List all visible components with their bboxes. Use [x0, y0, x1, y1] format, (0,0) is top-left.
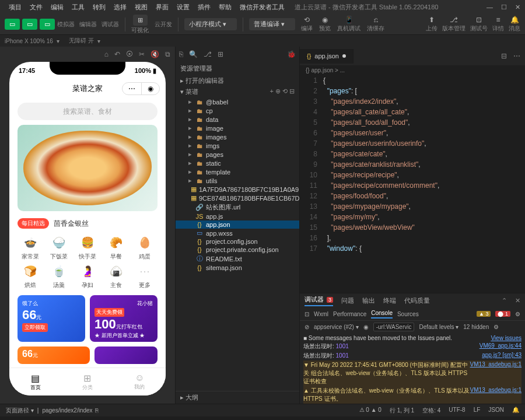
more-icon[interactable]: ⋯: [513, 52, 520, 60]
cut-icon[interactable]: ✂: [139, 50, 145, 58]
menu-项目[interactable]: 项目: [5, 3, 26, 12]
category-下饭菜[interactable]: 🍚下饭菜: [46, 235, 72, 261]
warnings-status[interactable]: ⚠ 0 ▲ 0: [359, 407, 382, 415]
folder-images[interactable]: ▸🖿images: [176, 132, 299, 141]
location-icon[interactable]: ⦿: [126, 50, 133, 58]
copy-icon[interactable]: ⎘: [95, 407, 99, 414]
float-icon[interactable]: ⧉: [165, 50, 170, 58]
bell-icon[interactable]: 🔔: [512, 407, 519, 415]
sub-tab-performance[interactable]: Performance: [333, 311, 366, 317]
menu-设置[interactable]: 设置: [173, 3, 194, 12]
remote-debug-button[interactable]: 📱: [345, 16, 354, 24]
capsule-button[interactable]: ⋯◉: [122, 82, 160, 95]
devtools-close-icon[interactable]: ✕: [515, 297, 520, 304]
menu-文件[interactable]: 文件: [26, 3, 47, 12]
filter-input[interactable]: -url:WAServic: [373, 323, 415, 331]
folder-cp[interactable]: ▸🖿cp: [176, 106, 299, 115]
devtools-tab-output[interactable]: 输出: [362, 296, 375, 305]
folder-@babel[interactable]: ▸🖿@babel: [176, 97, 299, 106]
editor-toggle[interactable]: ▭: [22, 19, 37, 30]
devtools-tab-terminal[interactable]: 终端: [383, 296, 396, 305]
devtools-expand-icon[interactable]: ⌃: [502, 297, 507, 304]
file-README.txt[interactable]: ⓘREADME.txt: [176, 254, 299, 264]
menu-工具[interactable]: 工具: [68, 3, 89, 12]
eye-icon[interactable]: ◉: [363, 324, 369, 330]
clear-console-icon[interactable]: ⊘: [304, 324, 309, 330]
search-icon[interactable]: 🔍: [189, 50, 198, 58]
hidden-count[interactable]: 12 hidden: [463, 324, 489, 330]
details-button[interactable]: ≡: [496, 16, 500, 24]
compile-select[interactable]: 普通编译 ▾: [249, 18, 295, 30]
minimize-icon[interactable]: —: [487, 4, 493, 11]
mute-icon[interactable]: 🔇: [150, 50, 159, 58]
category-家常菜[interactable]: 🍲家常菜: [18, 235, 44, 261]
ad-card-4[interactable]: [94, 346, 158, 364]
open-editors-section[interactable]: ▸ 打开的编辑器: [176, 75, 299, 86]
file-app.json[interactable]: {}app.json: [176, 220, 299, 229]
file-project.private.config.json[interactable]: {}project.private.config.json: [176, 246, 299, 254]
home-icon[interactable]: ⌂: [104, 50, 108, 58]
file-app.js[interactable]: JSapp.js: [176, 212, 299, 220]
category-主食[interactable]: 🍙主食: [103, 263, 129, 289]
editor-tab-appjson[interactable]: {}app.json: [300, 49, 354, 64]
compile-button[interactable]: ⟲: [304, 16, 310, 24]
tab-home[interactable]: ▤首页: [9, 368, 61, 396]
maximize-icon[interactable]: ☐: [501, 4, 507, 11]
mode-select[interactable]: 小程序模式 ▾: [184, 18, 237, 30]
menu-编辑[interactable]: 编辑: [47, 3, 68, 12]
current-path[interactable]: pages/index2/index: [42, 407, 92, 414]
error-count[interactable]: ⬤ 1: [495, 311, 510, 317]
version-button[interactable]: ⎇: [450, 16, 458, 24]
menu-选择[interactable]: 选择: [110, 3, 131, 12]
debugger-toggle[interactable]: ▭: [40, 19, 55, 30]
encoding-status[interactable]: UTF-8: [449, 407, 465, 415]
ad-card-huaxiaozhu[interactable]: 花小猪 天天免费领 100元打车红包 ★ 新用户首单立减 ★: [90, 295, 158, 342]
testid-button[interactable]: ⊡: [476, 16, 482, 24]
console-gear-icon[interactable]: ⚙: [494, 324, 499, 330]
inspect-icon[interactable]: ⊡: [304, 311, 309, 317]
category-汤羹[interactable]: 🍵汤羹: [46, 263, 72, 289]
warning-count[interactable]: ▲ 3: [477, 311, 491, 317]
menu-界面[interactable]: 界面: [152, 3, 173, 12]
folder-image[interactable]: ▸🖿image: [176, 124, 299, 132]
cursor-position[interactable]: 行 1, 列 1: [390, 407, 414, 415]
file-sitemap.json[interactable]: {}sitemap.json: [176, 264, 299, 272]
folder-static[interactable]: ▸🖿static: [176, 159, 299, 167]
breadcrumb[interactable]: {} app.json > ...: [300, 65, 525, 75]
file-9CE874B1867180BFFA8E1CB67DD...[interactable]: ▦9CE874B1867180BFFA8E1CB67DD...: [176, 194, 299, 202]
split-icon[interactable]: ⊟: [501, 52, 507, 60]
extensions-icon[interactable]: ⊞: [218, 50, 223, 58]
folder-utils[interactable]: ▸🖿utils: [176, 176, 299, 185]
folder-pages[interactable]: ▸🖿pages: [176, 150, 299, 159]
back-icon[interactable]: ↶: [114, 50, 120, 58]
simulator-toggle[interactable]: ▭: [5, 19, 20, 30]
banner-image[interactable]: [18, 125, 158, 211]
bug-icon[interactable]: 🐞: [287, 50, 296, 58]
folder-template[interactable]: ▸🖿template: [176, 167, 299, 176]
file-1A7FD9A7867180BF7C19B1A0A9E...[interactable]: ▦1A7FD9A7867180BF7C19B1A0A9E...: [176, 185, 299, 194]
category-孕妇[interactable]: 🤰孕妇: [75, 263, 101, 289]
search-input[interactable]: 搜索菜谱、食材: [18, 103, 158, 120]
sub-tab-console[interactable]: Console: [371, 310, 393, 318]
close-icon[interactable]: ✕: [515, 4, 520, 11]
notice-button[interactable]: 🔔: [510, 16, 519, 24]
branch-icon[interactable]: ⎇: [204, 50, 212, 58]
indent-status[interactable]: 空格: 4: [422, 407, 440, 415]
cloud-dev-button[interactable]: 云开发: [155, 20, 172, 29]
menu-微信开发者工具[interactable]: 微信开发者工具: [236, 3, 289, 12]
file-站长图库.url[interactable]: 🔗站长图库.url: [176, 202, 299, 212]
network-select[interactable]: 无障碍 开: [69, 37, 94, 45]
menu-视图[interactable]: 视图: [131, 3, 152, 12]
menu-插件[interactable]: 插件: [194, 3, 215, 12]
menu-转到[interactable]: 转到: [89, 3, 110, 12]
category-早餐[interactable]: 🥐早餐: [103, 235, 129, 261]
files-icon[interactable]: ⎘: [179, 50, 183, 58]
folder-imgs[interactable]: ▸🖿imgs: [176, 141, 299, 150]
category-更多[interactable]: ⋯更多: [131, 263, 158, 289]
outline-section[interactable]: ▸ 大纲: [176, 391, 299, 404]
ad-card-eleme[interactable]: 饿了么 66元 立即领取: [18, 295, 85, 342]
file-project.config.json[interactable]: {}project.config.json: [176, 237, 299, 246]
category-鸡蛋[interactable]: 🥚鸡蛋: [131, 235, 158, 261]
file-app.wxss[interactable]: ▭app.wxss: [176, 229, 299, 237]
levels-select[interactable]: Default levels ▾: [419, 324, 459, 330]
